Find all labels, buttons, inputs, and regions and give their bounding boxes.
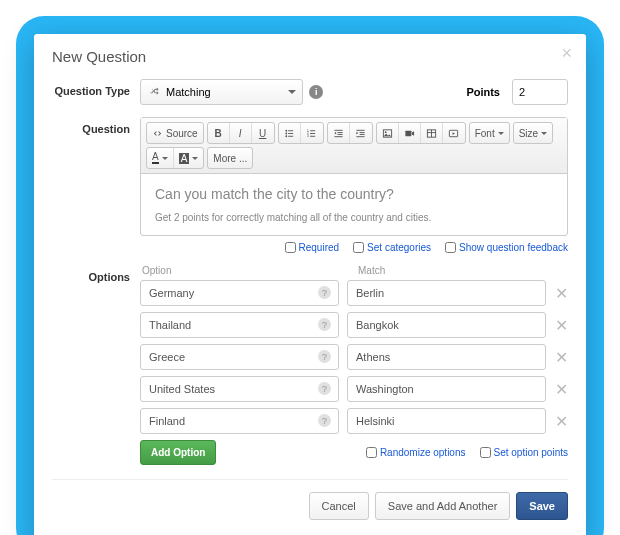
font-dropdown[interactable]: Font [470, 123, 509, 143]
help-icon[interactable]: ? [318, 286, 331, 299]
add-option-button[interactable]: Add Option [140, 440, 216, 465]
match-input[interactable] [347, 408, 546, 434]
svg-point-21 [384, 131, 386, 133]
question-type-value: Matching [166, 86, 211, 98]
options-header: Option Match [140, 265, 568, 276]
row-question: Question Source B I U 123 [52, 117, 568, 253]
embed-button[interactable] [443, 123, 465, 143]
show-feedback-checkbox[interactable]: Show question feedback [445, 242, 568, 253]
modal-new-question: × New Question Question Type Matching i … [34, 34, 586, 535]
help-icon[interactable]: ? [318, 318, 331, 331]
info-icon[interactable]: i [309, 85, 323, 99]
svg-rect-17 [360, 132, 365, 133]
svg-point-4 [285, 135, 287, 137]
match-column-header: Match [358, 265, 385, 276]
outdent-button[interactable] [328, 123, 350, 143]
table-button[interactable] [421, 123, 443, 143]
question-checkbox-row: Required Set categories Show question fe… [140, 242, 568, 253]
svg-rect-12 [334, 129, 342, 130]
editor-toolbar: Source B I U 123 [141, 118, 567, 174]
svg-rect-16 [357, 129, 365, 130]
row-options: Options Option Match ?✕?✕?✕?✕?✕ Add Opti… [52, 265, 568, 465]
svg-rect-22 [405, 130, 411, 136]
option-input[interactable] [140, 408, 339, 434]
bullet-list-button[interactable] [279, 123, 301, 143]
more-button[interactable]: More ... [208, 148, 252, 168]
match-input[interactable] [347, 312, 546, 338]
indent-button[interactable] [350, 123, 372, 143]
randomize-options-checkbox[interactable]: Randomize options [366, 447, 466, 458]
rich-text-editor: Source B I U 123 [140, 117, 568, 236]
remove-option-button[interactable]: ✕ [554, 348, 568, 367]
svg-point-0 [285, 129, 287, 131]
help-icon[interactable]: ? [318, 350, 331, 363]
option-row: ?✕ [140, 280, 568, 306]
svg-rect-14 [337, 133, 342, 134]
option-input[interactable] [140, 280, 339, 306]
label-question: Question [52, 117, 140, 135]
svg-rect-19 [357, 136, 365, 137]
cancel-button[interactable]: Cancel [309, 492, 369, 520]
svg-rect-11 [310, 135, 315, 136]
match-input[interactable] [347, 376, 546, 402]
option-row: ?✕ [140, 376, 568, 402]
option-row: ?✕ [140, 408, 568, 434]
save-button[interactable]: Save [516, 492, 568, 520]
source-button[interactable]: Source [147, 123, 203, 143]
image-button[interactable] [377, 123, 399, 143]
help-icon[interactable]: ? [318, 414, 331, 427]
text-color-button[interactable]: A [147, 148, 174, 168]
svg-point-2 [285, 132, 287, 134]
set-categories-checkbox[interactable]: Set categories [353, 242, 431, 253]
match-input[interactable] [347, 280, 546, 306]
remove-option-button[interactable]: ✕ [554, 380, 568, 399]
option-row: ?✕ [140, 344, 568, 370]
page-frame: × New Question Question Type Matching i … [16, 16, 604, 535]
set-option-points-checkbox[interactable]: Set option points [480, 447, 569, 458]
modal-footer: Cancel Save and Add Another Save [52, 479, 568, 520]
options-list: ?✕?✕?✕?✕?✕ [140, 280, 568, 434]
option-input[interactable] [140, 344, 339, 370]
required-checkbox[interactable]: Required [285, 242, 340, 253]
bg-color-button[interactable]: A [174, 148, 204, 168]
italic-button[interactable]: I [230, 123, 252, 143]
modal-title: New Question [52, 48, 568, 65]
help-icon[interactable]: ? [318, 382, 331, 395]
svg-rect-13 [337, 132, 342, 133]
video-button[interactable] [399, 123, 421, 143]
question-text: Can you match the city to the country? [155, 186, 553, 202]
editor-content[interactable]: Can you match the city to the country? G… [141, 174, 567, 235]
chevron-down-icon [288, 90, 296, 94]
label-points: Points [466, 86, 500, 98]
size-dropdown[interactable]: Size [514, 123, 552, 143]
match-input[interactable] [347, 344, 546, 370]
points-input[interactable] [512, 79, 568, 105]
remove-option-button[interactable]: ✕ [554, 284, 568, 303]
row-question-type: Question Type Matching i Points [52, 79, 568, 105]
label-options: Options [52, 265, 140, 283]
svg-rect-18 [360, 133, 365, 134]
label-question-type: Question Type [52, 79, 140, 97]
save-add-another-button[interactable]: Save and Add Another [375, 492, 510, 520]
svg-rect-3 [288, 133, 293, 134]
remove-option-button[interactable]: ✕ [554, 412, 568, 431]
svg-rect-1 [288, 130, 293, 131]
svg-rect-5 [288, 135, 293, 136]
bold-button[interactable]: B [208, 123, 230, 143]
svg-rect-15 [334, 136, 342, 137]
question-help-text: Get 2 points for correctly matching all … [155, 212, 553, 223]
question-type-dropdown[interactable]: Matching [140, 79, 303, 105]
number-list-button[interactable]: 123 [301, 123, 323, 143]
svg-rect-9 [310, 133, 315, 134]
option-input[interactable] [140, 312, 339, 338]
option-input[interactable] [140, 376, 339, 402]
remove-option-button[interactable]: ✕ [554, 316, 568, 335]
option-row: ?✕ [140, 312, 568, 338]
option-column-header: Option [140, 265, 358, 276]
options-footer: Add Option Randomize options Set option … [140, 440, 568, 465]
shuffle-icon [149, 86, 160, 99]
close-icon[interactable]: × [561, 44, 572, 62]
underline-button[interactable]: U [252, 123, 274, 143]
svg-text:3: 3 [307, 134, 309, 138]
svg-rect-7 [310, 130, 315, 131]
